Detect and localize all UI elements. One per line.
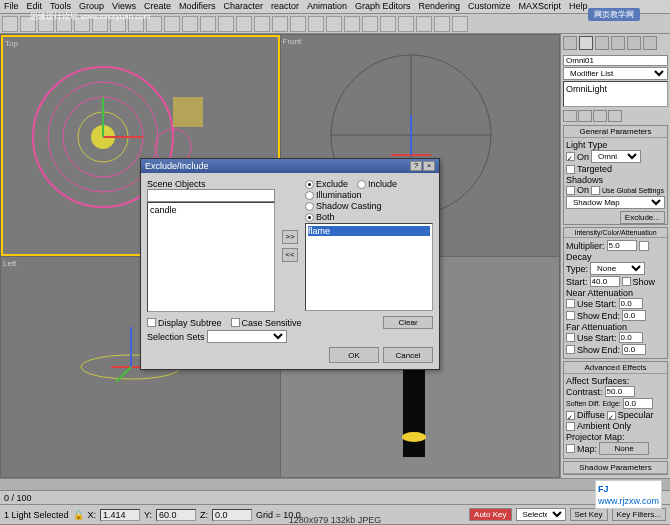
toolbar-btn[interactable] (380, 16, 396, 32)
add-button[interactable]: >> (282, 230, 298, 244)
map-checkbox[interactable] (566, 444, 575, 453)
menu-tools[interactable]: Tools (50, 1, 71, 12)
exclude-button[interactable]: Exclude... (620, 211, 665, 224)
rollout-header[interactable]: Shadow Parameters (564, 462, 667, 474)
toolbar-btn[interactable] (200, 16, 216, 32)
display-subtree-checkbox[interactable] (147, 318, 156, 327)
rollout-header[interactable]: General Parameters (564, 126, 667, 138)
shadows-on-checkbox[interactable] (566, 186, 575, 195)
exclude-radio[interactable] (305, 180, 314, 189)
remove-button[interactable]: << (282, 248, 298, 262)
diffuse-checkbox[interactable] (566, 411, 575, 420)
toolbar-btn[interactable] (398, 16, 414, 32)
toolbar-btn[interactable] (2, 16, 18, 32)
tab-hierarchy[interactable] (595, 36, 609, 50)
toolbar-btn[interactable] (74, 16, 90, 32)
stack-item[interactable]: OmniLight (566, 84, 665, 94)
toolbar-btn[interactable] (362, 16, 378, 32)
menu-animation[interactable]: Animation (307, 1, 347, 12)
stack-btn[interactable] (563, 110, 577, 122)
near-show-checkbox[interactable] (566, 311, 575, 320)
clear-button[interactable]: Clear (383, 316, 433, 329)
toolbar-btn[interactable] (308, 16, 324, 32)
stack-btn[interactable] (593, 110, 607, 122)
rollout-header[interactable]: Advanced Effects (564, 362, 667, 374)
near-use-checkbox[interactable] (566, 299, 575, 308)
cancel-button[interactable]: Cancel (383, 347, 433, 363)
close-icon[interactable]: × (423, 161, 435, 171)
global-checkbox[interactable] (591, 186, 600, 195)
toolbar-btn[interactable] (38, 16, 54, 32)
menu-customize[interactable]: Customize (468, 1, 511, 12)
toolbar-btn[interactable] (20, 16, 36, 32)
tab-motion[interactable] (611, 36, 625, 50)
list-item[interactable]: flame (308, 226, 430, 236)
color-swatch[interactable] (639, 241, 649, 251)
object-name-field[interactable] (563, 55, 668, 66)
timeline[interactable] (0, 478, 670, 490)
decay-select[interactable]: None (590, 262, 645, 275)
shadowcasting-radio[interactable] (305, 202, 314, 211)
menu-views[interactable]: Views (112, 1, 136, 12)
toolbar-btn[interactable] (290, 16, 306, 32)
tab-display[interactable] (627, 36, 641, 50)
menu-rendering[interactable]: Rendering (419, 1, 461, 12)
shadow-type-select[interactable]: Shadow Map (566, 196, 665, 209)
menu-create[interactable]: Create (144, 1, 171, 12)
menu-maxscript[interactable]: MAXScript (519, 1, 562, 12)
toolbar-btn[interactable] (434, 16, 450, 32)
show-checkbox[interactable] (622, 277, 631, 286)
toolbar-btn[interactable] (236, 16, 252, 32)
toolbar-btn[interactable] (182, 16, 198, 32)
selection-sets-select[interactable] (207, 330, 287, 343)
near-end-spinner[interactable] (622, 310, 646, 321)
dialog-titlebar[interactable]: Exclude/Include ?× (141, 159, 439, 173)
menu-character[interactable]: Character (223, 1, 263, 12)
near-start-spinner[interactable] (619, 298, 643, 309)
modifier-stack[interactable]: OmniLight (563, 81, 668, 107)
on-checkbox[interactable] (566, 152, 575, 161)
stack-btn[interactable] (578, 110, 592, 122)
multiplier-spinner[interactable] (607, 240, 637, 251)
list-item[interactable]: candle (150, 205, 272, 215)
menu-grapheditors[interactable]: Graph Editors (355, 1, 411, 12)
menu-file[interactable]: File (4, 1, 19, 12)
decay-start-spinner[interactable] (590, 276, 620, 287)
far-use-checkbox[interactable] (566, 333, 575, 342)
toolbar-btn[interactable] (452, 16, 468, 32)
toolbar-btn[interactable] (272, 16, 288, 32)
help-icon[interactable]: ? (410, 161, 422, 171)
contrast-spinner[interactable] (605, 386, 635, 397)
map-button[interactable]: None (599, 442, 649, 455)
ambient-checkbox[interactable] (566, 422, 575, 431)
toolbar-btn[interactable] (110, 16, 126, 32)
scene-objects-list[interactable]: candle (147, 202, 275, 312)
toolbar-btn[interactable] (146, 16, 162, 32)
menu-group[interactable]: Group (79, 1, 104, 12)
toolbar-btn[interactable] (218, 16, 234, 32)
illumination-radio[interactable] (305, 191, 314, 200)
tab-modify[interactable] (579, 36, 593, 50)
include-radio[interactable] (357, 180, 366, 189)
excluded-list[interactable]: flame (305, 223, 433, 311)
menu-edit[interactable]: Edit (27, 1, 43, 12)
toolbar-btn[interactable] (164, 16, 180, 32)
far-end-spinner[interactable] (622, 344, 646, 355)
soften-spinner[interactable] (623, 398, 653, 409)
menu-help[interactable]: Help (569, 1, 588, 12)
both-radio[interactable] (305, 213, 314, 222)
toolbar-btn[interactable] (326, 16, 342, 32)
specular-checkbox[interactable] (607, 411, 616, 420)
far-start-spinner[interactable] (619, 332, 643, 343)
toolbar-btn[interactable] (254, 16, 270, 32)
filter-input[interactable] (147, 189, 275, 202)
stack-btn[interactable] (608, 110, 622, 122)
far-show-checkbox[interactable] (566, 345, 575, 354)
menu-modifiers[interactable]: Modifiers (179, 1, 216, 12)
light-type-select[interactable]: Omni (591, 150, 641, 163)
toolbar-btn[interactable] (56, 16, 72, 32)
toolbar-btn[interactable] (416, 16, 432, 32)
menu-reactor[interactable]: reactor (271, 1, 299, 12)
case-sensitive-checkbox[interactable] (231, 318, 240, 327)
rollout-header[interactable]: Intensity/Color/Attenuation (564, 228, 667, 238)
